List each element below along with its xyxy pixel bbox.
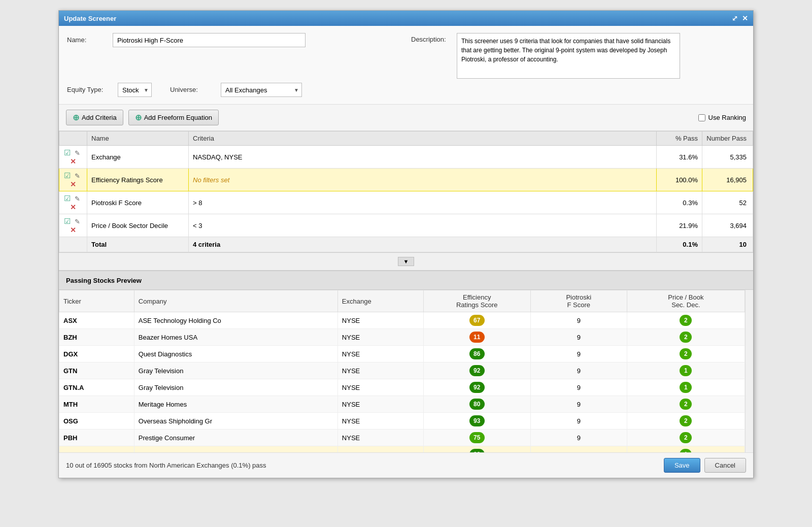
criteria-edit-4[interactable]: ✎: [75, 218, 80, 225]
efficiency-badge-PBH: 75: [469, 432, 485, 443]
preview-efficiency-TNK: 93: [423, 446, 530, 453]
preview-piotroski-GTN.A: 9: [530, 379, 627, 396]
add-freeform-button[interactable]: ⊕ Add Freeform Equation: [128, 110, 219, 125]
th-number-pass: Number Pass: [702, 131, 753, 146]
total-criteria: 4 criteria: [189, 237, 657, 252]
criteria-check-1[interactable]: ☑: [64, 148, 71, 157]
add-criteria-label: Add Criteria: [82, 114, 117, 121]
criteria-pct-1: 31.6%: [657, 146, 702, 169]
preview-pbdec-ASX: 2: [627, 312, 745, 329]
preview-row-PBH: PBH Prestige Consumer NYSE 75 9 2: [59, 430, 745, 446]
criteria-name-1: Exchange: [87, 146, 189, 169]
preview-scrollbar[interactable]: [745, 290, 753, 452]
efficiency-badge-TNK: 93: [469, 449, 485, 452]
divider-area: ▼: [59, 252, 753, 270]
pb-badge-TNK: 1: [680, 449, 692, 452]
th-efficiency: EfficiencyRatings Score: [423, 290, 530, 312]
preview-pbdec-GTN.A: 1: [627, 379, 745, 396]
th-company: Company: [134, 290, 337, 312]
criteria-row-2: ☑ ✎ ✕ Efficiency Ratings Score No filter…: [59, 169, 753, 191]
close-icon[interactable]: ✕: [742, 14, 748, 22]
preview-company-GTN.A: Gray Television: [134, 379, 337, 396]
preview-pbdec-BZH: 2: [627, 329, 745, 346]
criteria-check-4[interactable]: ☑: [64, 217, 71, 225]
preview-row-DGX: DGX Quest Diagnostics NYSE 86 9 2: [59, 346, 745, 363]
preview-efficiency-BZH: 11: [423, 329, 530, 346]
criteria-num-1: 5,335: [702, 146, 753, 169]
efficiency-badge-GTN.A: 92: [469, 382, 485, 393]
preview-ticker-OSG: OSG: [59, 413, 134, 430]
preview-pbdec-MTH: 2: [627, 396, 745, 413]
title-bar: Update Screener ⤢ ✕: [59, 11, 753, 26]
preview-exchange-BZH: NYSE: [337, 329, 423, 346]
preview-title: Passing Stocks Preview: [66, 277, 142, 284]
pb-badge-PBH: 2: [680, 432, 692, 443]
add-criteria-button[interactable]: ⊕ Add Criteria: [66, 110, 123, 125]
equity-type-container[interactable]: Stock ETF Fund ▼: [118, 83, 152, 97]
save-button[interactable]: Save: [664, 458, 700, 473]
criteria-edit-3[interactable]: ✎: [75, 195, 80, 203]
preview-ticker-MTH: MTH: [59, 396, 134, 413]
total-num: 10: [702, 237, 753, 252]
preview-company-BZH: Beazer Homes USA: [134, 329, 337, 346]
toolbar-left: ⊕ Add Criteria ⊕ Add Freeform Equation: [66, 110, 219, 125]
preview-piotroski-MTH: 9: [530, 396, 627, 413]
criteria-value-1: NASDAQ, NYSE: [189, 146, 657, 169]
preview-company-PBH: Prestige Consumer: [134, 430, 337, 446]
universe-container[interactable]: All Exchanges NYSE NASDAQ ▼: [221, 83, 302, 97]
efficiency-badge-MTH: 80: [469, 399, 485, 410]
preview-company-ASX: ASE Technology Holding Co: [134, 312, 337, 329]
divider-button[interactable]: ▼: [398, 257, 415, 266]
toolbar: ⊕ Add Criteria ⊕ Add Freeform Equation U…: [59, 105, 753, 131]
name-input[interactable]: Piotroski High F-Score: [113, 33, 306, 47]
preview-row-ASX: ASX ASE Technology Holding Co NYSE 67 9 …: [59, 312, 745, 329]
use-ranking-checkbox[interactable]: [698, 114, 705, 121]
criteria-edit-1[interactable]: ✎: [75, 149, 80, 157]
criteria-value-4: < 3: [189, 214, 657, 237]
criteria-pct-4: 21.9%: [657, 214, 702, 237]
preview-exchange-GTN.A: NYSE: [337, 379, 423, 396]
preview-table: Ticker Company Exchange EfficiencyRating…: [59, 290, 745, 452]
criteria-edit-2[interactable]: ✎: [75, 172, 80, 180]
preview-ticker-BZH: BZH: [59, 329, 134, 346]
footer-status: 10 out of 16905 stocks from North Americ…: [66, 462, 266, 469]
efficiency-badge-GTN: 92: [469, 365, 485, 376]
th-checkbox: [59, 131, 87, 146]
preview-efficiency-PBH: 75: [423, 430, 530, 446]
preview-row-MTH: MTH Meritage Homes NYSE 80 9 2: [59, 396, 745, 413]
criteria-table: Name Criteria % Pass Number Pass ☑ ✎ ✕ E…: [59, 131, 753, 252]
criteria-delete-2[interactable]: ✕: [70, 180, 76, 188]
universe-select[interactable]: All Exchanges NYSE NASDAQ: [221, 83, 302, 97]
equity-type-select[interactable]: Stock ETF Fund: [118, 83, 152, 97]
form-section: Name: Piotroski High F-Score Description…: [59, 26, 753, 105]
preview-exchange-MTH: NYSE: [337, 396, 423, 413]
efficiency-badge-DGX: 86: [469, 348, 485, 359]
equity-type-label: Equity Type:: [67, 83, 108, 97]
description-textarea[interactable]: This screener uses 9 criteria that look …: [457, 33, 680, 79]
cancel-button[interactable]: Cancel: [704, 458, 746, 473]
preview-efficiency-OSG: 93: [423, 413, 530, 430]
pb-badge-GTN.A: 1: [680, 382, 692, 393]
criteria-row-1: ☑ ✎ ✕ Exchange NASDAQ, NYSE 31.6% 5,335: [59, 146, 753, 169]
criteria-check-2[interactable]: ☑: [64, 171, 71, 180]
criteria-num-2: 16,905: [702, 169, 753, 191]
preview-company-DGX: Quest Diagnostics: [134, 346, 337, 363]
criteria-delete-4[interactable]: ✕: [70, 226, 76, 234]
criteria-check-3[interactable]: ☑: [64, 194, 71, 203]
plus-icon-criteria: ⊕: [73, 113, 79, 122]
criteria-pct-3: 0.3%: [657, 191, 702, 214]
preview-company-MTH: Meritage Homes: [134, 396, 337, 413]
criteria-delete-3[interactable]: ✕: [70, 203, 76, 211]
expand-icon[interactable]: ⤢: [732, 14, 738, 22]
preview-row-BZH: BZH Beazer Homes USA NYSE 11 9 2: [59, 329, 745, 346]
preview-ticker-DGX: DGX: [59, 346, 134, 363]
th-percent-pass: % Pass: [657, 131, 702, 146]
preview-row-OSG: OSG Overseas Shipholding Gr NYSE 93 9 2: [59, 413, 745, 430]
criteria-name-3: Piotroski F Score: [87, 191, 189, 214]
preview-ticker-GTN: GTN: [59, 363, 134, 379]
criteria-area: Name Criteria % Pass Number Pass ☑ ✎ ✕ E…: [59, 131, 753, 252]
criteria-delete-1[interactable]: ✕: [70, 157, 76, 166]
th-pb-dec: Price / BookSec. Dec.: [627, 290, 745, 312]
preview-efficiency-MTH: 80: [423, 396, 530, 413]
th-piotroski: PiotroskiF Score: [530, 290, 627, 312]
